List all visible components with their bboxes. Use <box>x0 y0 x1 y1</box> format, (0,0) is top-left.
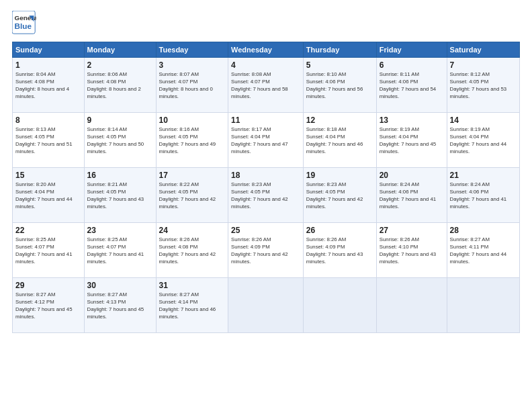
day-number: 4 <box>231 60 300 70</box>
day-number: 7 <box>450 60 517 70</box>
day-info: Sunrise: 8:23 AMSunset: 4:05 PMDaylight:… <box>306 181 363 210</box>
calendar-cell: 28Sunrise: 8:27 AMSunset: 4:11 PMDayligh… <box>447 223 519 278</box>
calendar-week-4: 22Sunrise: 8:25 AMSunset: 4:07 PMDayligh… <box>13 223 520 278</box>
col-header-friday: Friday <box>376 42 447 58</box>
calendar-cell: 29Sunrise: 8:27 AMSunset: 4:12 PMDayligh… <box>13 278 85 333</box>
calendar-cell: 10Sunrise: 8:16 AMSunset: 4:05 PMDayligh… <box>156 113 228 168</box>
calendar-cell: 27Sunrise: 8:26 AMSunset: 4:10 PMDayligh… <box>376 223 447 278</box>
day-info: Sunrise: 8:14 AMSunset: 4:05 PMDaylight:… <box>87 126 144 154</box>
day-number: 13 <box>380 116 444 125</box>
day-number: 17 <box>159 171 226 180</box>
calendar-week-2: 8Sunrise: 8:13 AMSunset: 4:05 PMDaylight… <box>13 113 520 168</box>
day-info: Sunrise: 8:22 AMSunset: 4:05 PMDaylight:… <box>159 181 216 210</box>
day-number: 26 <box>306 226 373 235</box>
day-info: Sunrise: 8:27 AMSunset: 4:13 PMDaylight:… <box>87 291 144 320</box>
calendar-week-1: 1Sunrise: 8:04 AMSunset: 4:08 PMDaylight… <box>13 58 520 113</box>
calendar-week-5: 29Sunrise: 8:27 AMSunset: 4:12 PMDayligh… <box>13 278 520 333</box>
calendar-cell: 18Sunrise: 8:23 AMSunset: 4:05 PMDayligh… <box>228 168 304 223</box>
day-info: Sunrise: 8:07 AMSunset: 4:07 PMDaylight:… <box>159 71 213 99</box>
col-header-monday: Monday <box>84 42 156 58</box>
day-number: 8 <box>15 116 81 125</box>
day-info: Sunrise: 8:27 AMSunset: 4:12 PMDaylight:… <box>15 291 73 320</box>
day-info: Sunrise: 8:16 AMSunset: 4:05 PMDaylight:… <box>159 126 216 154</box>
day-info: Sunrise: 8:18 AMSunset: 4:04 PMDaylight:… <box>306 126 363 154</box>
day-number: 21 <box>450 171 517 180</box>
calendar-cell: 30Sunrise: 8:27 AMSunset: 4:13 PMDayligh… <box>84 278 156 333</box>
calendar-cell: 4Sunrise: 8:08 AMSunset: 4:07 PMDaylight… <box>228 58 304 113</box>
day-info: Sunrise: 8:21 AMSunset: 4:05 PMDaylight:… <box>87 181 144 210</box>
col-header-thursday: Thursday <box>303 42 376 58</box>
day-number: 27 <box>380 226 444 235</box>
day-info: Sunrise: 8:26 AMSunset: 4:09 PMDaylight:… <box>231 236 288 265</box>
col-header-saturday: Saturday <box>447 42 519 58</box>
calendar-cell <box>447 278 519 333</box>
calendar-cell: 16Sunrise: 8:21 AMSunset: 4:05 PMDayligh… <box>84 168 156 223</box>
calendar-cell: 13Sunrise: 8:19 AMSunset: 4:04 PMDayligh… <box>376 113 447 168</box>
calendar-cell: 3Sunrise: 8:07 AMSunset: 4:07 PMDaylight… <box>156 58 228 113</box>
day-info: Sunrise: 8:25 AMSunset: 4:07 PMDaylight:… <box>15 236 73 265</box>
calendar-cell: 26Sunrise: 8:26 AMSunset: 4:09 PMDayligh… <box>303 223 376 278</box>
day-number: 25 <box>231 226 300 235</box>
day-number: 5 <box>306 60 373 70</box>
day-number: 3 <box>159 60 226 70</box>
svg-text:Blue: Blue <box>15 21 32 30</box>
calendar-cell: 9Sunrise: 8:14 AMSunset: 4:05 PMDaylight… <box>84 113 156 168</box>
calendar-cell: 1Sunrise: 8:04 AMSunset: 4:08 PMDaylight… <box>13 58 85 113</box>
calendar-week-3: 15Sunrise: 8:20 AMSunset: 4:04 PMDayligh… <box>13 168 520 223</box>
calendar-cell: 5Sunrise: 8:10 AMSunset: 4:06 PMDaylight… <box>303 58 376 113</box>
day-number: 31 <box>159 281 226 290</box>
day-info: Sunrise: 8:06 AMSunset: 4:08 PMDaylight:… <box>87 71 141 99</box>
day-number: 23 <box>87 226 153 235</box>
day-number: 14 <box>450 116 517 125</box>
day-number: 2 <box>87 60 153 70</box>
day-info: Sunrise: 8:27 AMSunset: 4:14 PMDaylight:… <box>159 291 216 320</box>
day-info: Sunrise: 8:20 AMSunset: 4:04 PMDaylight:… <box>15 181 73 210</box>
calendar-cell <box>376 278 447 333</box>
calendar-cell: 8Sunrise: 8:13 AMSunset: 4:05 PMDaylight… <box>13 113 85 168</box>
day-info: Sunrise: 8:10 AMSunset: 4:06 PMDaylight:… <box>306 71 363 99</box>
logo: General Blue <box>12 11 36 35</box>
day-info: Sunrise: 8:11 AMSunset: 4:06 PMDaylight:… <box>380 71 437 99</box>
day-number: 10 <box>159 116 226 125</box>
calendar-cell: 24Sunrise: 8:26 AMSunset: 4:08 PMDayligh… <box>156 223 228 278</box>
col-header-tuesday: Tuesday <box>156 42 228 58</box>
col-header-wednesday: Wednesday <box>228 42 304 58</box>
day-number: 16 <box>87 171 153 180</box>
day-number: 11 <box>231 116 300 125</box>
day-number: 18 <box>231 171 300 180</box>
day-info: Sunrise: 8:13 AMSunset: 4:05 PMDaylight:… <box>15 126 73 154</box>
calendar-cell: 15Sunrise: 8:20 AMSunset: 4:04 PMDayligh… <box>13 168 85 223</box>
calendar-cell <box>228 278 304 333</box>
day-number: 6 <box>380 60 444 70</box>
calendar-cell: 7Sunrise: 8:12 AMSunset: 4:05 PMDaylight… <box>447 58 519 113</box>
calendar-cell: 25Sunrise: 8:26 AMSunset: 4:09 PMDayligh… <box>228 223 304 278</box>
day-info: Sunrise: 8:19 AMSunset: 4:04 PMDaylight:… <box>450 126 507 154</box>
day-number: 30 <box>87 281 153 290</box>
day-info: Sunrise: 8:08 AMSunset: 4:07 PMDaylight:… <box>231 71 288 99</box>
calendar-cell: 20Sunrise: 8:24 AMSunset: 4:06 PMDayligh… <box>376 168 447 223</box>
day-number: 24 <box>159 226 226 235</box>
day-info: Sunrise: 8:12 AMSunset: 4:05 PMDaylight:… <box>450 71 507 99</box>
day-number: 29 <box>15 281 81 290</box>
day-number: 20 <box>380 171 444 180</box>
calendar-cell: 21Sunrise: 8:24 AMSunset: 4:06 PMDayligh… <box>447 168 519 223</box>
day-number: 15 <box>15 171 81 180</box>
day-info: Sunrise: 8:17 AMSunset: 4:04 PMDaylight:… <box>231 126 288 154</box>
day-info: Sunrise: 8:04 AMSunset: 4:08 PMDaylight:… <box>15 71 69 99</box>
day-info: Sunrise: 8:27 AMSunset: 4:11 PMDaylight:… <box>450 236 507 265</box>
calendar-cell: 11Sunrise: 8:17 AMSunset: 4:04 PMDayligh… <box>228 113 304 168</box>
calendar-cell: 31Sunrise: 8:27 AMSunset: 4:14 PMDayligh… <box>156 278 228 333</box>
day-info: Sunrise: 8:25 AMSunset: 4:07 PMDaylight:… <box>87 236 144 265</box>
calendar-cell: 2Sunrise: 8:06 AMSunset: 4:08 PMDaylight… <box>84 58 156 113</box>
day-number: 9 <box>87 116 153 125</box>
day-info: Sunrise: 8:19 AMSunset: 4:04 PMDaylight:… <box>380 126 437 154</box>
day-info: Sunrise: 8:26 AMSunset: 4:10 PMDaylight:… <box>380 236 437 265</box>
day-info: Sunrise: 8:26 AMSunset: 4:08 PMDaylight:… <box>159 236 216 265</box>
day-info: Sunrise: 8:24 AMSunset: 4:06 PMDaylight:… <box>450 181 507 210</box>
calendar-cell: 14Sunrise: 8:19 AMSunset: 4:04 PMDayligh… <box>447 113 519 168</box>
day-number: 22 <box>15 226 81 235</box>
calendar-cell: 23Sunrise: 8:25 AMSunset: 4:07 PMDayligh… <box>84 223 156 278</box>
calendar-table: SundayMondayTuesdayWednesdayThursdayFrid… <box>12 42 520 333</box>
calendar-cell: 17Sunrise: 8:22 AMSunset: 4:05 PMDayligh… <box>156 168 228 223</box>
calendar-cell <box>303 278 376 333</box>
